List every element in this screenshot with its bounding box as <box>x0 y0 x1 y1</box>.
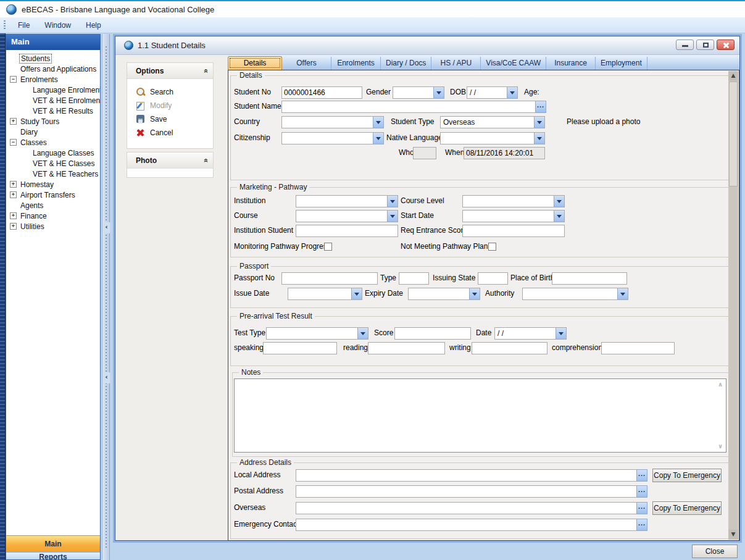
scrollbar-thumb[interactable] <box>729 81 738 186</box>
sidebar-item-airport-transfers[interactable]: +Airport Transfers <box>6 190 100 200</box>
collapse-icon[interactable]: − <box>10 139 17 146</box>
modify-button[interactable]: Modify <box>127 99 213 112</box>
dropdown-arrow-icon[interactable] <box>554 211 564 222</box>
dropdown-arrow-icon[interactable] <box>617 288 628 299</box>
scroll-down-icon[interactable]: ∨ <box>718 443 723 449</box>
country-select[interactable] <box>281 116 384 128</box>
dropdown-arrow-icon[interactable] <box>556 328 566 339</box>
sidebar-item-language-classes[interactable]: Language Classes <box>6 148 100 158</box>
institution-student-id-input[interactable] <box>296 225 398 237</box>
collapse-left-icon[interactable]: ‹ <box>103 372 110 383</box>
tab-enrolments[interactable]: Enrolments <box>331 57 381 70</box>
save-button[interactable]: Save <box>127 112 213 126</box>
dropdown-arrow-icon[interactable] <box>357 328 368 339</box>
postal-address-input[interactable] <box>296 485 637 498</box>
tab-offers[interactable]: Offers <box>282 57 331 70</box>
sidebar-main-button[interactable]: Main <box>6 535 100 552</box>
expiry-date-select[interactable] <box>408 288 480 300</box>
emergency-contact-input[interactable] <box>296 519 637 531</box>
tab-visa-coe-caaw[interactable]: Visa/CoE CAAW <box>481 57 546 70</box>
scroll-up-icon[interactable]: ▲ <box>728 71 738 81</box>
window-titlebar[interactable]: 1.1 Student Details <box>115 36 739 55</box>
close-window-button[interactable] <box>717 40 735 50</box>
score-input[interactable] <box>394 327 471 340</box>
reading-input[interactable] <box>368 342 445 354</box>
expand-icon[interactable]: + <box>10 118 17 125</box>
sidebar-item-agents[interactable]: Agents <box>6 200 100 211</box>
student-no-input[interactable] <box>281 86 362 99</box>
collapse-panel-icon[interactable]: » <box>202 158 210 162</box>
collapse-panel-icon[interactable]: » <box>202 69 210 73</box>
sidebar-item-homestay[interactable]: +Homestay <box>6 179 100 190</box>
student-name-browse-button[interactable]: ... <box>535 101 546 113</box>
dropdown-arrow-icon[interactable] <box>387 196 397 207</box>
sidebar-item-offers-and-applications[interactable]: Offers and Applications <box>6 64 100 74</box>
student-type-select[interactable]: Overseas <box>440 116 545 128</box>
dropdown-arrow-icon[interactable] <box>534 133 544 144</box>
menu-file[interactable]: File <box>10 19 37 31</box>
not-meeting-pathway-checkbox[interactable] <box>488 243 496 251</box>
tab-employment[interactable]: Employment <box>596 57 647 70</box>
sidebar-item-enrolments[interactable]: −Enrolments <box>6 74 100 85</box>
place-of-birth-input[interactable] <box>552 272 627 285</box>
notes-textarea[interactable] <box>234 378 726 453</box>
sidebar-item-vet-he-teachers[interactable]: VET & HE Teachers <box>6 169 100 179</box>
sidebar-item-diary[interactable]: Diary <box>6 127 100 137</box>
native-language-select[interactable] <box>440 132 545 144</box>
cancel-button[interactable]: Cancel <box>127 126 213 140</box>
tab-insurance[interactable]: Insurance <box>546 57 596 70</box>
minimize-button[interactable] <box>676 40 694 50</box>
sidebar-item-study-tours[interactable]: +Study Tours <box>6 116 100 127</box>
expand-icon[interactable]: + <box>10 212 17 219</box>
dropdown-arrow-icon[interactable] <box>351 288 362 299</box>
expand-icon[interactable]: + <box>10 223 17 230</box>
sidebar-item-vet-he-enrolments[interactable]: VET & HE Enrolments <box>6 95 100 106</box>
dropdown-arrow-icon[interactable] <box>373 133 383 144</box>
who-input[interactable] <box>413 147 436 159</box>
scroll-up-icon[interactable]: ∧ <box>718 381 723 388</box>
test-date-select[interactable]: / / <box>494 327 567 340</box>
menu-help[interactable]: Help <box>78 19 109 31</box>
collapse-icon[interactable]: − <box>10 76 17 83</box>
dropdown-arrow-icon[interactable] <box>534 117 544 128</box>
start-date-select[interactable] <box>462 210 565 222</box>
copy-local-to-emergency-button[interactable]: Copy To Emergency <box>652 469 722 482</box>
local-address-browse-button[interactable]: ... <box>636 469 647 482</box>
sidebar-item-students[interactable]: Students <box>6 53 100 64</box>
scroll-down-icon[interactable]: ▼ <box>728 530 738 540</box>
course-level-select[interactable] <box>462 195 565 207</box>
citizenship-select[interactable] <box>281 132 384 144</box>
gender-select[interactable] <box>393 86 444 99</box>
local-address-input[interactable] <box>296 469 637 482</box>
writing-input[interactable] <box>472 342 547 354</box>
speaking-input[interactable] <box>263 342 337 354</box>
sidebar-item-vet-he-results[interactable]: VET & HE Results <box>6 106 100 116</box>
search-button[interactable]: Search <box>127 85 213 99</box>
expand-icon[interactable]: + <box>10 181 17 188</box>
menu-window[interactable]: Window <box>37 19 78 31</box>
overseas-address-browse-button[interactable]: ... <box>636 502 647 514</box>
issue-date-select[interactable] <box>288 288 362 300</box>
sidebar-item-language-enrolments[interactable]: Language Enrolments <box>6 85 100 95</box>
monitoring-pathway-checkbox[interactable] <box>324 243 332 251</box>
institution-select[interactable] <box>296 195 398 207</box>
expand-icon[interactable]: + <box>10 191 17 198</box>
sidebar-reports-button[interactable]: Reports <box>6 552 100 559</box>
course-select[interactable] <box>296 210 398 222</box>
tab-details[interactable]: Details <box>228 56 282 70</box>
dropdown-arrow-icon[interactable] <box>433 87 444 98</box>
photo-panel-header[interactable]: Photo » <box>127 153 213 169</box>
sidebar-item-finance[interactable]: +Finance <box>6 211 100 221</box>
sidebar-item-vet-he-classes[interactable]: VET & HE Classes <box>6 158 100 169</box>
issuing-state-input[interactable] <box>478 272 508 285</box>
copy-overseas-to-emergency-button[interactable]: Copy To Emergency <box>652 501 722 515</box>
postal-address-browse-button[interactable]: ... <box>636 485 647 498</box>
dropdown-arrow-icon[interactable] <box>387 211 397 222</box>
test-type-select[interactable] <box>266 327 368 340</box>
passport-type-input[interactable] <box>399 272 429 285</box>
overseas-address-input[interactable] <box>296 502 637 514</box>
sidebar-splitter[interactable]: ‹ ‹ <box>102 34 110 560</box>
dropdown-arrow-icon[interactable] <box>469 288 480 299</box>
collapse-left-icon[interactable]: ‹ <box>103 222 110 233</box>
when-input[interactable] <box>464 147 545 159</box>
